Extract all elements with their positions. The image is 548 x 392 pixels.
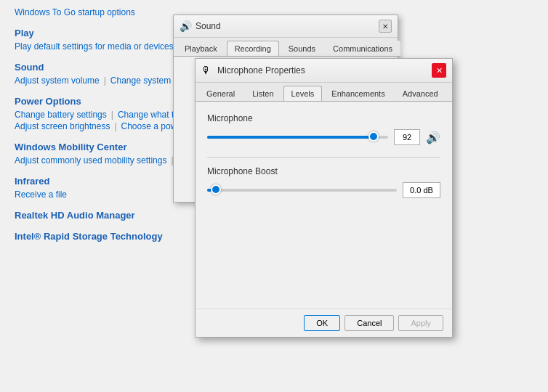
tab-enhancements[interactable]: Enhancements	[323, 86, 392, 101]
microphone-label: Microphone	[207, 113, 440, 123]
cancel-button[interactable]: Cancel	[344, 315, 394, 331]
sound-close-button[interactable]: ✕	[379, 20, 392, 33]
microphone-volume-icon[interactable]: 🔊	[426, 131, 440, 144]
microphone-value: 92	[394, 129, 420, 145]
mic-tabs: General Listen Levels Enhancements Advan…	[196, 83, 452, 102]
system-volume-link[interactable]: Adjust system volume	[15, 75, 100, 86]
boost-value: 0.0 dB	[403, 182, 440, 198]
tab-general[interactable]: General	[198, 86, 243, 101]
mobility-settings-link[interactable]: Adjust commonly used mobility settings	[15, 155, 166, 166]
boost-slider-row: 0.0 dB	[207, 182, 440, 198]
sound-icon: 🔊	[180, 20, 191, 32]
tab-levels[interactable]: Levels	[283, 86, 323, 101]
receive-file-link[interactable]: Receive a file	[15, 189, 67, 200]
boost-slider-thumb[interactable]	[211, 184, 221, 195]
mic-footer: OK Cancel Apply	[196, 309, 452, 337]
tab-sounds[interactable]: Sounds	[281, 41, 323, 56]
screen-brightness-link[interactable]: Adjust screen brightness	[15, 121, 110, 131]
apply-button[interactable]: Apply	[398, 315, 443, 331]
microphone-slider-thumb[interactable]	[368, 131, 379, 142]
tab-communications[interactable]: Communications	[325, 41, 400, 56]
mic-titlebar: 🎙 Microphone Properties ✕	[196, 59, 452, 83]
tab-advanced[interactable]: Advanced	[395, 86, 446, 101]
play-defaults-link[interactable]: Play default settings for media or devic…	[15, 41, 174, 52]
mic-properties-dialog: 🎙 Microphone Properties ✕ General Listen…	[195, 58, 453, 338]
sound-dialog-title: Sound	[196, 21, 221, 31]
mic-levels-content: Microphone 92 🔊 Microphone Boost 0.0 dB	[196, 102, 452, 221]
microphone-slider-track[interactable]	[207, 136, 388, 139]
battery-settings-link[interactable]: Change battery settings	[15, 110, 107, 120]
boost-slider-track[interactable]	[207, 189, 397, 192]
separator	[207, 157, 440, 158]
ok-button[interactable]: OK	[304, 315, 340, 331]
microphone-slider-fill	[207, 136, 374, 139]
microphone-slider-row: 92 🔊	[207, 129, 440, 145]
tab-recording[interactable]: Recording	[227, 41, 279, 56]
sound-titlebar: 🔊 Sound ✕	[174, 15, 398, 38]
mic-title-icon: 🎙	[201, 65, 213, 76]
mic-close-button[interactable]: ✕	[432, 63, 446, 78]
sound-tabs: Playback Recording Sounds Communications	[174, 38, 398, 57]
mic-dialog-title: Microphone Properties	[217, 65, 305, 75]
windows-to-go-link[interactable]: Windows To Go startup options	[15, 7, 135, 17]
tab-playback[interactable]: Playback	[177, 41, 225, 56]
tab-listen[interactable]: Listen	[244, 86, 281, 101]
boost-label: Microphone Boost	[207, 166, 440, 176]
